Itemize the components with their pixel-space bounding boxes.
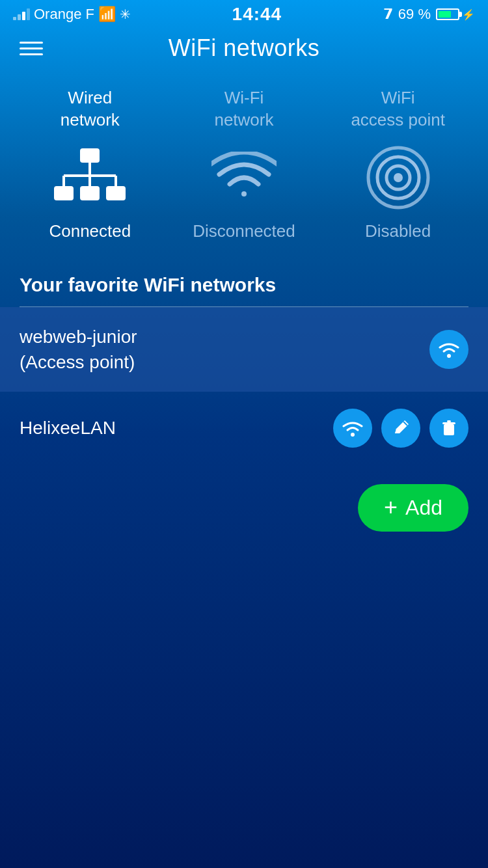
row-1-actions <box>429 330 468 369</box>
status-bar: Orange F 📶 ✳ 14:44 𝟳 69 % ⚡ <box>0 0 488 29</box>
svg-rect-18 <box>442 422 455 424</box>
ap-network-label: WiFiaccess point <box>351 87 445 131</box>
ap-network-icon <box>362 142 434 213</box>
delete-btn-2[interactable] <box>429 409 468 448</box>
svg-point-14 <box>351 433 355 437</box>
svg-point-13 <box>447 354 451 358</box>
row-2-actions <box>333 409 468 448</box>
network-name-2: HelixeeLAN <box>20 415 116 441</box>
header: WiFi networks <box>0 29 488 68</box>
hamburger-line-3 <box>20 53 43 55</box>
add-button-section: + Add <box>0 465 488 532</box>
network-status-section: Wirednetwork <box>0 68 488 254</box>
battery-percentage: 69 % <box>398 6 431 23</box>
svg-rect-6 <box>54 186 74 200</box>
wifi-connect-btn-2[interactable] <box>333 409 372 448</box>
page-title: WiFi networks <box>43 34 445 62</box>
wifi-network-icon <box>208 142 280 213</box>
wifi-btn-icon-1 <box>439 339 459 360</box>
svg-rect-19 <box>447 420 451 422</box>
ap-status-text: Disabled <box>365 221 431 241</box>
status-left: Orange F 📶 ✳ <box>13 6 131 23</box>
wifi-btn-icon-2 <box>342 418 363 439</box>
network-row[interactable]: HelixeeLAN <box>0 392 488 465</box>
hamburger-line-2 <box>20 47 43 49</box>
svg-rect-8 <box>106 186 126 200</box>
wifi-connect-btn-1[interactable] <box>429 330 468 369</box>
ap-network-svg <box>366 145 431 210</box>
carrier-label: Orange F <box>34 6 94 23</box>
favorites-title: Your favorite WiFi networks <box>20 274 468 296</box>
add-network-button[interactable]: + Add <box>358 484 468 532</box>
signal-bars <box>13 8 30 20</box>
battery-fill <box>439 11 451 18</box>
svg-rect-0 <box>80 148 100 163</box>
wifi-network-svg <box>211 152 277 204</box>
network-name-1: webweb-junior(Access point) <box>20 324 137 375</box>
charging-icon: ⚡ <box>462 8 475 21</box>
wired-network-icon <box>54 142 126 213</box>
menu-button[interactable] <box>20 42 43 55</box>
battery-icon <box>436 8 459 20</box>
add-plus-icon: + <box>384 496 398 519</box>
wired-network-label: Wirednetwork <box>61 87 120 131</box>
network-row[interactable]: webweb-junior(Access point) <box>0 307 488 392</box>
wifi-network-item[interactable]: Wi-Finetwork Disconnected <box>172 87 316 241</box>
ap-network-item[interactable]: WiFiaccess point Disabled <box>327 87 470 241</box>
edit-icon-2 <box>390 418 411 439</box>
network-list: webweb-junior(Access point) HelixeeLAN <box>0 307 488 465</box>
add-button-label: Add <box>405 496 442 520</box>
delete-icon-2 <box>439 418 459 439</box>
bluetooth-icon: 𝟳 <box>383 6 393 23</box>
svg-point-12 <box>394 173 403 182</box>
wifi-status-text: Disconnected <box>193 221 295 241</box>
wifi-network-label: Wi-Finetwork <box>214 87 273 131</box>
svg-rect-17 <box>444 424 454 435</box>
favorites-section: Your favorite WiFi networks <box>0 254 488 307</box>
edit-btn-2[interactable] <box>381 409 420 448</box>
svg-rect-7 <box>80 186 100 200</box>
wired-network-item[interactable]: Wirednetwork <box>18 87 161 241</box>
battery-container: ⚡ <box>436 8 475 21</box>
wired-status-text: Connected <box>49 221 131 241</box>
status-right: 𝟳 69 % ⚡ <box>383 6 475 23</box>
status-time: 14:44 <box>232 4 282 25</box>
loading-icon: ✳ <box>120 7 131 22</box>
wired-network-svg <box>54 148 126 207</box>
hamburger-line-1 <box>20 42 43 44</box>
wifi-status-icon: 📶 <box>98 6 116 23</box>
